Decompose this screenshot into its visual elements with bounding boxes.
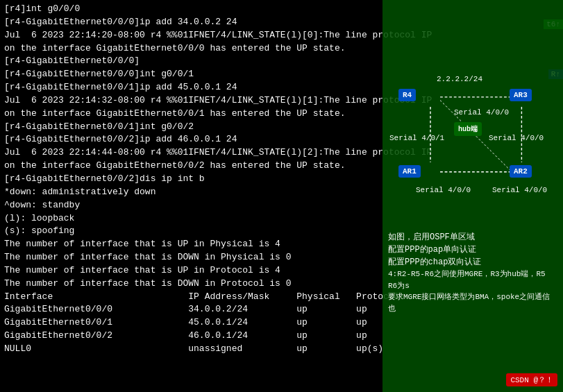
label-serial2: Serial 4/0/1 — [389, 134, 444, 142]
node-r4: R4 — [398, 89, 416, 101]
label-serial1: Serial 4/0/0 — [454, 108, 509, 117]
node-ar1: AR1 — [398, 165, 421, 178]
label-serial4: Serial 4/0/0 — [416, 186, 471, 194]
note-1: 如图，启用OSPF单区域 — [388, 231, 557, 244]
node-hub: hub端 — [454, 122, 482, 136]
note-2: 配置PPP的pap单向认证 — [388, 244, 557, 256]
overlay-panel: R4 AR3 AR2 AR1 2.2.2.2/24 Serial 4/0/0 S… — [383, 0, 563, 392]
note-5: 要求MGRE接口网络类型为BMA，spoke之间通信也 — [388, 291, 557, 314]
label-ip: 2.2.2.2/24 — [437, 75, 482, 83]
note-3: 配置PPP的chap双向认证 — [388, 256, 557, 269]
label-serial3: Serial 4/0/0 — [489, 134, 544, 142]
node-ar3: AR3 — [510, 89, 532, 101]
terminal: [r4]int g0/0/0[r4-GigabitEthernet0/0/0]i… — [0, 0, 563, 392]
network-diagram: R4 AR3 AR2 AR1 2.2.2.2/24 Serial 4/0/0 S… — [388, 6, 557, 228]
csdn-badge: CSDN @？！ — [506, 373, 557, 386]
node-ar2: AR2 — [510, 165, 532, 178]
note-4: 4:R2-R5-R6之间使用MGRE，R3为hub端，R5 R6为s — [388, 269, 557, 291]
chinese-notes: 如图，启用OSPF单区域 配置PPP的pap单向认证 配置PPP的chap双向认… — [388, 231, 557, 314]
label-serial5: Serial 4/0/0 — [492, 186, 547, 194]
